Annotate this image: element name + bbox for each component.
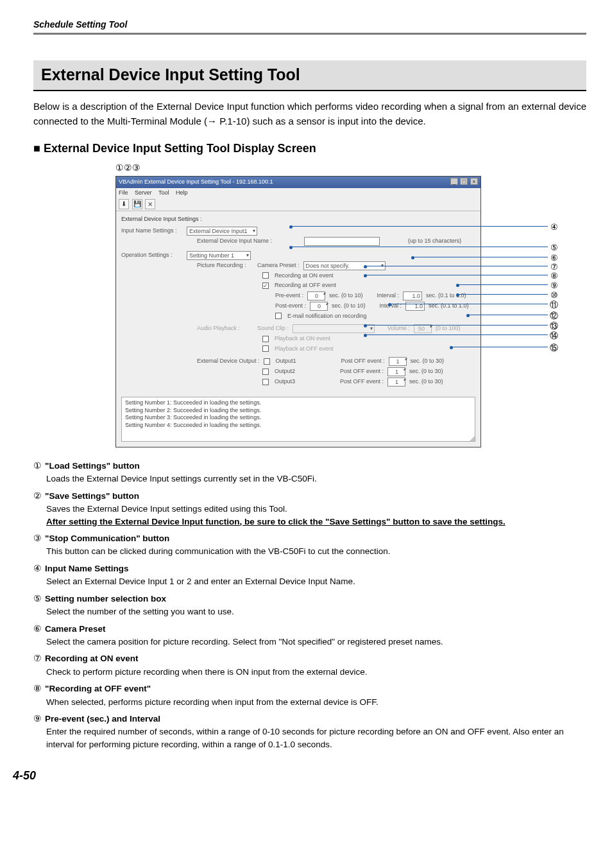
email-label: E-mail notification on recording: [287, 312, 367, 321]
input-name-settings-select[interactable]: External Device Input1: [187, 227, 257, 236]
close-icon[interactable]: ×: [470, 178, 478, 185]
output2-checkbox[interactable]: [262, 369, 269, 375]
description-body: Loads the External Device Input settings…: [46, 473, 586, 485]
description-body: Select the camera position for picture r…: [46, 636, 586, 648]
post-off3-label: Post OFF event :: [340, 378, 384, 386]
callout-column: ④ ⑤ ⑥ ⑦ ⑧ ⑨ ⑩ ⑪ ⑫ ⑬ ⑭ ⑮: [481, 176, 558, 447]
header-rule: [33, 33, 586, 35]
pre-event-range: sec. (0 to 10): [329, 291, 363, 300]
app-window: VBAdmin External Device Input Setting To…: [115, 176, 481, 447]
post-off1-label: Post OFF event :: [341, 357, 385, 366]
menu-file[interactable]: File: [119, 189, 128, 196]
load-settings-button[interactable]: ⬇: [119, 199, 129, 209]
callout-11: ⑪: [550, 299, 558, 311]
post-off1-stepper[interactable]: 1: [389, 357, 407, 366]
post-off3-range: sec. (0 to 30): [409, 378, 443, 386]
description-item: ③"Stop Communication" buttonThis button …: [33, 532, 586, 558]
description-list: ①"Load Settings" buttonLoads the Externa…: [33, 459, 586, 751]
menu-help[interactable]: Help: [176, 189, 188, 196]
panel-title: External Device Input Settings :: [121, 215, 475, 224]
section-heading-prefix: ■: [33, 142, 44, 155]
titlebar: VBAdmin External Device Input Setting To…: [116, 177, 480, 188]
page-number: 4-50: [13, 767, 586, 785]
rec-on-label: Recording at ON event: [275, 272, 334, 281]
sound-clip-label: Sound Clip :: [257, 324, 289, 333]
description-item: ⑨Pre-event (sec.) and IntervalEnter the …: [33, 712, 586, 751]
description-item: ⑧"Recording at OFF event"When selected, …: [33, 682, 586, 708]
callout-15: ⑮: [550, 342, 558, 354]
maximize-icon[interactable]: □: [460, 178, 468, 185]
pre-event-stepper[interactable]: 0: [307, 291, 325, 300]
pre-interval-field[interactable]: 1.0: [403, 291, 422, 300]
ext-dev-output-label: External Device Output :: [197, 357, 260, 366]
description-num: ④: [33, 562, 45, 575]
email-checkbox[interactable]: [275, 313, 282, 319]
operation-settings-select[interactable]: Setting Number 1: [187, 251, 251, 260]
description-label: Camera Preset: [45, 624, 106, 634]
description-heading: ④Input Name Settings: [33, 562, 586, 575]
pre-event-label: Pre-event :: [275, 291, 303, 300]
volume-range: (0 to 100): [436, 324, 461, 333]
rec-on-checkbox[interactable]: [262, 272, 269, 279]
output1-checkbox[interactable]: [264, 358, 270, 365]
stop-communication-button[interactable]: ⨯: [145, 199, 155, 209]
description-label: Pre-event (sec.) and Interval: [45, 714, 160, 724]
camera-preset-label: Camera Preset :: [257, 261, 300, 270]
output3-checkbox[interactable]: [262, 379, 269, 385]
output3-row: Output3 Post OFF event : 1 sec. (0 to 30…: [262, 378, 475, 386]
camera-preset-select[interactable]: Does not specify.: [303, 261, 386, 270]
description-heading: ⑥Camera Preset: [33, 622, 586, 636]
description-body: Select the number of the setting you wan…: [46, 605, 586, 618]
callout-8: ⑧: [550, 270, 558, 282]
callout-5: ⑤: [550, 241, 558, 254]
status-line: Setting Number 4: Succeeded in loading t…: [125, 422, 472, 430]
email-row: E-mail notification on recording: [275, 312, 475, 321]
minimize-icon[interactable]: _: [450, 178, 458, 185]
post-interval-field[interactable]: 1.0: [405, 302, 425, 311]
post-off3-stepper[interactable]: 1: [387, 378, 405, 386]
post-off1-range: sec. (0 to 30): [411, 357, 445, 366]
header-section-label: Schedule Setting Tool: [33, 18, 586, 33]
callout-13: ⑬: [550, 320, 558, 333]
status-line: Setting Number 3: Succeeded in loading t…: [125, 414, 472, 422]
description-num: ⑤: [33, 592, 45, 605]
description-label: Input Name Settings: [45, 564, 129, 573]
menubar: File Server Tool Help: [116, 188, 480, 198]
menu-server[interactable]: Server: [135, 189, 152, 196]
description-body: Select an External Device Input 1 or 2 a…: [46, 575, 586, 588]
volume-label: Volume :: [387, 324, 410, 333]
post-event-stepper[interactable]: 0: [310, 302, 328, 311]
input-name-settings-label: Input Name Settings :: [121, 227, 183, 236]
save-settings-button[interactable]: 💾: [132, 199, 142, 209]
description-num: ①: [33, 459, 45, 473]
output2-row: Output2 Post OFF event : 1 sec. (0 to 30…: [262, 367, 475, 376]
description-heading: ③"Stop Communication" button: [33, 532, 586, 545]
description-num: ⑧: [33, 682, 45, 695]
description-label: "Load Settings" button: [45, 461, 140, 471]
post-off2-stepper[interactable]: 1: [387, 367, 405, 376]
menu-tool[interactable]: Tool: [158, 189, 169, 196]
description-item: ⑤Setting number selection boxSelect the …: [33, 592, 586, 618]
description-heading: ⑧"Recording at OFF event": [33, 682, 586, 695]
sound-clip-select: [293, 324, 375, 333]
description-num: ⑨: [33, 712, 45, 725]
picture-recording-label: Picture Recording :: [197, 261, 253, 270]
ext-dev-input-name-label: External Device Input Name :: [197, 237, 272, 246]
play-off-checkbox: [262, 345, 269, 352]
post-event-range: sec. (0 to 10): [332, 302, 366, 311]
play-on-label: Playback at ON event: [275, 334, 330, 343]
description-label: Recording at ON event: [45, 654, 139, 663]
rec-off-checkbox[interactable]: [262, 282, 269, 289]
description-num: ⑥: [33, 622, 45, 636]
output3-label: Output3: [275, 378, 304, 386]
description-label: "Recording at OFF event": [45, 684, 151, 693]
ext-dev-input-name-field[interactable]: [304, 237, 380, 246]
audio-playback-row: Audio Playback : Sound Clip : Volume : 5…: [197, 324, 475, 333]
status-log: Setting Number 1: Succeeded in loading t…: [121, 397, 475, 442]
description-body: This button can be clicked during commun…: [46, 545, 586, 558]
description-num: ③: [33, 532, 45, 545]
description-num: ⑦: [33, 652, 45, 665]
description-body: Check to perform picture recording when …: [46, 666, 586, 679]
picture-recording-row: Picture Recording : Camera Preset : Does…: [197, 261, 475, 270]
description-item: ⑥Camera PresetSelect the camera position…: [33, 622, 586, 648]
